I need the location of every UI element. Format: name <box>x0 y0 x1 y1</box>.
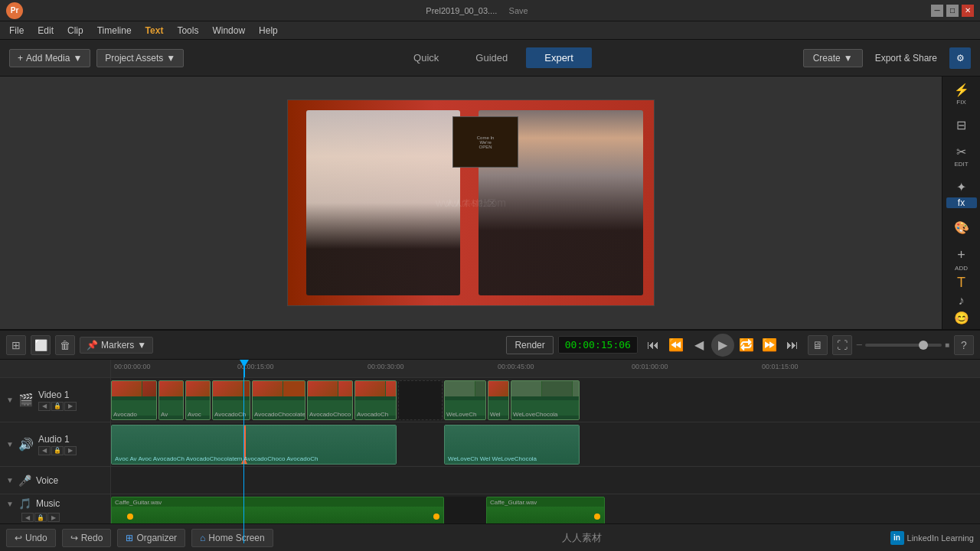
audio-clip-2[interactable]: WeLoveCh Wel WeLoveChocola <box>444 425 580 465</box>
loop-button[interactable]: 🔁 <box>736 334 757 356</box>
fx-panel-button[interactable]: fx <box>946 197 977 208</box>
menu-timeline[interactable]: Timeline <box>91 24 138 37</box>
video-clip-3[interactable]: Avoc <box>185 380 211 420</box>
organizer-icon: ⊞ <box>126 533 133 543</box>
music-keyframe-start <box>127 514 133 520</box>
create-button[interactable]: Create ▼ <box>803 49 863 67</box>
settings-button[interactable]: ⚙ <box>949 47 971 69</box>
dropdown-arrow-icon: ▼ <box>844 53 853 64</box>
top-toolbar: + Add Media ▼ Project Assets ▼ Quick Gui… <box>0 40 980 77</box>
video-clip-1[interactable]: Avocado <box>111 380 157 420</box>
effects-panel-button[interactable]: ✦ <box>946 180 977 194</box>
delete-button[interactable]: 🗑 <box>55 335 75 355</box>
tab-guided[interactable]: Guided <box>457 47 526 68</box>
menu-file[interactable]: File <box>3 24 30 37</box>
zoom-thumb <box>919 341 928 350</box>
markers-button[interactable]: 📌 Markers ▼ <box>80 337 153 354</box>
audio1-lock[interactable]: 🔒 <box>51 446 64 455</box>
video-clip-2[interactable]: Av <box>158 380 184 420</box>
undo-button[interactable]: ↩ Undo <box>6 529 56 547</box>
music-lock[interactable]: 🔒 <box>34 513 47 522</box>
close-button[interactable]: ✕ <box>962 5 974 17</box>
export-share-button[interactable]: Export & Share <box>869 50 943 67</box>
music-expand[interactable]: ▼ <box>6 500 14 508</box>
audio1-next[interactable]: ▶ <box>64 446 77 455</box>
minimize-button[interactable]: ─ <box>931 5 943 17</box>
timeline-tools-button[interactable]: ⊞ <box>6 335 26 355</box>
go-to-start-button[interactable]: ⏮ <box>642 334 664 356</box>
menu-help[interactable]: Help <box>253 24 284 37</box>
linkedin-icon: in <box>890 531 904 545</box>
video-clip-10[interactable]: WeLoveChocola <box>511 380 580 420</box>
redo-button[interactable]: ↪ Redo <box>62 529 112 547</box>
video-clip-5[interactable]: AvocadoChocolatem <box>252 380 305 420</box>
audio-panel-button[interactable]: ♪ <box>946 294 977 308</box>
video-clip-4[interactable]: AvocadoCh <box>212 380 250 420</box>
music-prev[interactable]: ◀ <box>21 513 34 522</box>
ruler-time-0: 00:00:00:00 <box>114 363 151 370</box>
timeline-toolbar: ⊞ ⬜ 🗑 📌 Markers ▼ Render 00:00:15:06 ⏮ ⏪… <box>0 331 980 360</box>
voice-track-header: ▼ 🎤 Voice <box>0 467 110 494</box>
music-keyframe-end-2 <box>594 514 600 520</box>
voice-expand[interactable]: ▼ <box>6 476 14 484</box>
music-label: Music <box>36 498 60 509</box>
monitor-button[interactable]: 🖥 <box>808 335 828 355</box>
add-icon: + <box>18 53 23 64</box>
clip-label-2: Av <box>161 411 168 418</box>
video1-lock[interactable]: 🔒 <box>51 402 64 411</box>
add-panel-button[interactable]: + ADD <box>946 247 977 272</box>
fix-panel-button[interactable]: ⚡ FIX <box>946 83 977 106</box>
video-clip-9[interactable]: Wel <box>488 380 509 420</box>
clip-thumb <box>573 381 579 396</box>
play-pause-button[interactable]: ▶ <box>711 334 734 357</box>
audio1-prev[interactable]: ◀ <box>38 446 51 455</box>
music-clip-label-2: Caffe_Guitar.wav <box>490 499 537 506</box>
audio-clip-1[interactable]: Avoc Av Avoc AvocadoCh AvocadoChocolatem… <box>111 425 397 465</box>
home-icon: ⌂ <box>200 533 205 543</box>
tab-expert[interactable]: Expert <box>526 47 592 68</box>
organizer-button[interactable]: ⊞ Organizer <box>117 529 185 547</box>
menu-tools[interactable]: Tools <box>171 24 204 37</box>
music-next[interactable]: ▶ <box>47 513 60 522</box>
add-media-button[interactable]: + Add Media ▼ <box>9 49 90 67</box>
playback-controls: ⏮ ⏪ ◀ ▶ 🔁 ⏩ ⏭ <box>642 334 803 357</box>
audio1-expand[interactable]: ▼ <box>6 440 14 448</box>
go-to-end-button[interactable]: ⏭ <box>782 334 803 356</box>
video-clip-7[interactable]: AvocadoCh <box>354 380 397 420</box>
clip-thumbnails <box>355 381 396 396</box>
ruler-time-2: 00:00:30:00 <box>368 363 404 370</box>
maximize-button[interactable]: □ <box>946 5 959 17</box>
video1-next[interactable]: ▶ <box>64 402 77 411</box>
zoom-slider[interactable] <box>865 344 942 347</box>
menu-clip[interactable]: Clip <box>61 24 90 37</box>
undo-label: Undo <box>25 533 47 543</box>
step-back-button[interactable]: ⏪ <box>665 334 687 356</box>
tab-quick[interactable]: Quick <box>395 47 457 68</box>
fast-forward-button[interactable]: ⏩ <box>759 334 780 356</box>
title-icon: T <box>957 275 965 291</box>
render-button[interactable]: Render <box>506 336 553 354</box>
color-panel-button[interactable]: 🎨 <box>946 220 977 235</box>
menu-edit[interactable]: Edit <box>31 24 60 37</box>
project-assets-button[interactable]: Project Assets ▼ <box>96 49 184 67</box>
title-panel-button[interactable]: T <box>946 275 977 291</box>
dropdown-arrow-icon: ▼ <box>73 53 82 64</box>
edit-panel-button[interactable]: ✂ EDIT <box>946 145 977 168</box>
menu-text[interactable]: Text <box>139 24 170 37</box>
track-select-button[interactable]: ⬜ <box>31 335 51 355</box>
emoji-panel-button[interactable]: 😊 <box>946 311 977 325</box>
rewind-button[interactable]: ◀ <box>688 334 710 356</box>
clip-label-1: Avocado <box>113 411 137 418</box>
help-button[interactable]: ? <box>954 335 974 355</box>
adjust-panel-button[interactable]: ⊟ <box>946 118 977 132</box>
redo-label: Redo <box>81 533 103 543</box>
video1-expand[interactable]: ▼ <box>6 396 14 404</box>
fullscreen-button[interactable]: ⛶ <box>832 335 852 355</box>
menu-window[interactable]: Window <box>206 24 251 37</box>
video-clip-6[interactable]: AvocadoChoco <box>307 380 353 420</box>
home-screen-button[interactable]: ⌂ Home Screen <box>191 529 273 547</box>
video1-prev[interactable]: ◀ <box>38 402 51 411</box>
music-track-top: ▼ 🎵 Music <box>6 497 104 510</box>
video-clip-8[interactable]: WeLoveCh <box>444 380 486 420</box>
markers-label: Markers <box>101 340 134 350</box>
